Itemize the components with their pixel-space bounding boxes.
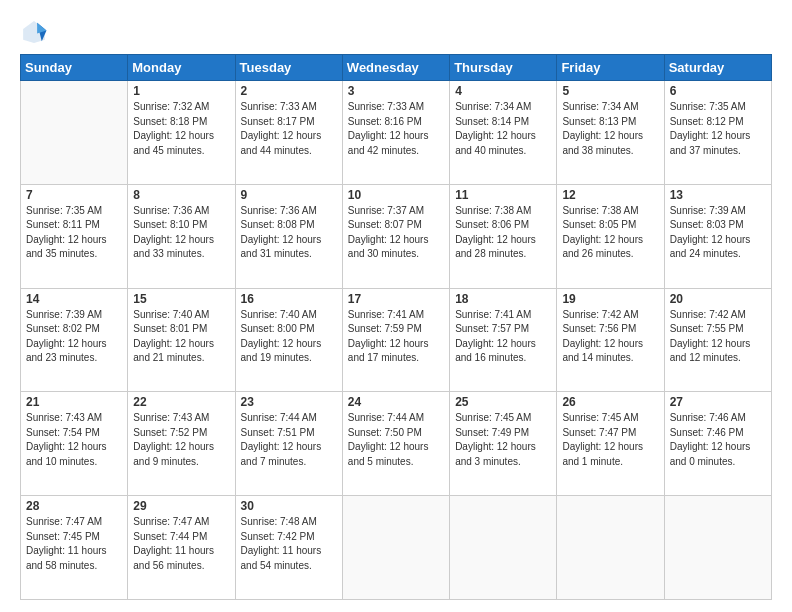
day-number: 5 <box>562 84 658 98</box>
day-info: Sunrise: 7:48 AMSunset: 7:42 PMDaylight:… <box>241 515 337 573</box>
calendar-cell: 18Sunrise: 7:41 AMSunset: 7:57 PMDayligh… <box>450 288 557 392</box>
day-info: Sunrise: 7:39 AMSunset: 8:03 PMDaylight:… <box>670 204 766 262</box>
day-number: 7 <box>26 188 122 202</box>
day-info: Sunrise: 7:34 AMSunset: 8:14 PMDaylight:… <box>455 100 551 158</box>
day-number: 4 <box>455 84 551 98</box>
day-number: 2 <box>241 84 337 98</box>
calendar-cell: 20Sunrise: 7:42 AMSunset: 7:55 PMDayligh… <box>664 288 771 392</box>
day-number: 30 <box>241 499 337 513</box>
calendar-cell: 10Sunrise: 7:37 AMSunset: 8:07 PMDayligh… <box>342 184 449 288</box>
day-number: 14 <box>26 292 122 306</box>
calendar-cell: 13Sunrise: 7:39 AMSunset: 8:03 PMDayligh… <box>664 184 771 288</box>
day-info: Sunrise: 7:39 AMSunset: 8:02 PMDaylight:… <box>26 308 122 366</box>
day-number: 23 <box>241 395 337 409</box>
calendar-cell: 2Sunrise: 7:33 AMSunset: 8:17 PMDaylight… <box>235 81 342 185</box>
day-number: 6 <box>670 84 766 98</box>
calendar-cell: 23Sunrise: 7:44 AMSunset: 7:51 PMDayligh… <box>235 392 342 496</box>
calendar-table: SundayMondayTuesdayWednesdayThursdayFrid… <box>20 54 772 600</box>
day-info: Sunrise: 7:45 AMSunset: 7:49 PMDaylight:… <box>455 411 551 469</box>
day-info: Sunrise: 7:36 AMSunset: 8:08 PMDaylight:… <box>241 204 337 262</box>
day-info: Sunrise: 7:41 AMSunset: 7:59 PMDaylight:… <box>348 308 444 366</box>
day-number: 19 <box>562 292 658 306</box>
calendar-cell: 25Sunrise: 7:45 AMSunset: 7:49 PMDayligh… <box>450 392 557 496</box>
calendar-header-saturday: Saturday <box>664 55 771 81</box>
day-number: 8 <box>133 188 229 202</box>
day-info: Sunrise: 7:42 AMSunset: 7:56 PMDaylight:… <box>562 308 658 366</box>
day-info: Sunrise: 7:46 AMSunset: 7:46 PMDaylight:… <box>670 411 766 469</box>
calendar-cell: 9Sunrise: 7:36 AMSunset: 8:08 PMDaylight… <box>235 184 342 288</box>
day-number: 29 <box>133 499 229 513</box>
calendar-week-row: 1Sunrise: 7:32 AMSunset: 8:18 PMDaylight… <box>21 81 772 185</box>
calendar-header-thursday: Thursday <box>450 55 557 81</box>
calendar-cell: 16Sunrise: 7:40 AMSunset: 8:00 PMDayligh… <box>235 288 342 392</box>
day-number: 18 <box>455 292 551 306</box>
day-info: Sunrise: 7:47 AMSunset: 7:44 PMDaylight:… <box>133 515 229 573</box>
calendar-cell: 11Sunrise: 7:38 AMSunset: 8:06 PMDayligh… <box>450 184 557 288</box>
calendar-header-wednesday: Wednesday <box>342 55 449 81</box>
day-info: Sunrise: 7:40 AMSunset: 8:01 PMDaylight:… <box>133 308 229 366</box>
day-info: Sunrise: 7:45 AMSunset: 7:47 PMDaylight:… <box>562 411 658 469</box>
day-info: Sunrise: 7:38 AMSunset: 8:06 PMDaylight:… <box>455 204 551 262</box>
day-info: Sunrise: 7:37 AMSunset: 8:07 PMDaylight:… <box>348 204 444 262</box>
day-number: 9 <box>241 188 337 202</box>
day-number: 15 <box>133 292 229 306</box>
calendar-cell <box>21 81 128 185</box>
day-number: 27 <box>670 395 766 409</box>
calendar-week-row: 28Sunrise: 7:47 AMSunset: 7:45 PMDayligh… <box>21 496 772 600</box>
day-number: 16 <box>241 292 337 306</box>
calendar-cell <box>557 496 664 600</box>
day-info: Sunrise: 7:43 AMSunset: 7:52 PMDaylight:… <box>133 411 229 469</box>
day-number: 3 <box>348 84 444 98</box>
day-number: 26 <box>562 395 658 409</box>
day-number: 25 <box>455 395 551 409</box>
day-info: Sunrise: 7:43 AMSunset: 7:54 PMDaylight:… <box>26 411 122 469</box>
calendar-cell: 7Sunrise: 7:35 AMSunset: 8:11 PMDaylight… <box>21 184 128 288</box>
calendar-cell: 28Sunrise: 7:47 AMSunset: 7:45 PMDayligh… <box>21 496 128 600</box>
calendar-header-monday: Monday <box>128 55 235 81</box>
day-number: 10 <box>348 188 444 202</box>
calendar-header-sunday: Sunday <box>21 55 128 81</box>
calendar-cell: 24Sunrise: 7:44 AMSunset: 7:50 PMDayligh… <box>342 392 449 496</box>
day-info: Sunrise: 7:40 AMSunset: 8:00 PMDaylight:… <box>241 308 337 366</box>
calendar-cell: 6Sunrise: 7:35 AMSunset: 8:12 PMDaylight… <box>664 81 771 185</box>
day-info: Sunrise: 7:33 AMSunset: 8:17 PMDaylight:… <box>241 100 337 158</box>
calendar-cell: 3Sunrise: 7:33 AMSunset: 8:16 PMDaylight… <box>342 81 449 185</box>
day-number: 17 <box>348 292 444 306</box>
day-info: Sunrise: 7:32 AMSunset: 8:18 PMDaylight:… <box>133 100 229 158</box>
calendar-cell: 26Sunrise: 7:45 AMSunset: 7:47 PMDayligh… <box>557 392 664 496</box>
calendar-cell: 17Sunrise: 7:41 AMSunset: 7:59 PMDayligh… <box>342 288 449 392</box>
header <box>20 18 772 46</box>
calendar-cell: 29Sunrise: 7:47 AMSunset: 7:44 PMDayligh… <box>128 496 235 600</box>
calendar-cell: 12Sunrise: 7:38 AMSunset: 8:05 PMDayligh… <box>557 184 664 288</box>
calendar-cell <box>450 496 557 600</box>
calendar-cell: 21Sunrise: 7:43 AMSunset: 7:54 PMDayligh… <box>21 392 128 496</box>
calendar-cell: 1Sunrise: 7:32 AMSunset: 8:18 PMDaylight… <box>128 81 235 185</box>
day-number: 1 <box>133 84 229 98</box>
day-info: Sunrise: 7:35 AMSunset: 8:11 PMDaylight:… <box>26 204 122 262</box>
day-info: Sunrise: 7:42 AMSunset: 7:55 PMDaylight:… <box>670 308 766 366</box>
calendar-cell: 22Sunrise: 7:43 AMSunset: 7:52 PMDayligh… <box>128 392 235 496</box>
day-info: Sunrise: 7:41 AMSunset: 7:57 PMDaylight:… <box>455 308 551 366</box>
day-number: 20 <box>670 292 766 306</box>
calendar-cell: 19Sunrise: 7:42 AMSunset: 7:56 PMDayligh… <box>557 288 664 392</box>
calendar-header-tuesday: Tuesday <box>235 55 342 81</box>
day-number: 22 <box>133 395 229 409</box>
logo <box>20 18 50 46</box>
day-number: 12 <box>562 188 658 202</box>
calendar-week-row: 21Sunrise: 7:43 AMSunset: 7:54 PMDayligh… <box>21 392 772 496</box>
page: SundayMondayTuesdayWednesdayThursdayFrid… <box>0 0 792 612</box>
day-info: Sunrise: 7:36 AMSunset: 8:10 PMDaylight:… <box>133 204 229 262</box>
day-info: Sunrise: 7:33 AMSunset: 8:16 PMDaylight:… <box>348 100 444 158</box>
calendar-header-row: SundayMondayTuesdayWednesdayThursdayFrid… <box>21 55 772 81</box>
calendar-header-friday: Friday <box>557 55 664 81</box>
day-info: Sunrise: 7:44 AMSunset: 7:50 PMDaylight:… <box>348 411 444 469</box>
calendar-cell <box>342 496 449 600</box>
calendar-week-row: 7Sunrise: 7:35 AMSunset: 8:11 PMDaylight… <box>21 184 772 288</box>
day-info: Sunrise: 7:34 AMSunset: 8:13 PMDaylight:… <box>562 100 658 158</box>
calendar-cell: 8Sunrise: 7:36 AMSunset: 8:10 PMDaylight… <box>128 184 235 288</box>
day-number: 13 <box>670 188 766 202</box>
day-number: 21 <box>26 395 122 409</box>
day-info: Sunrise: 7:35 AMSunset: 8:12 PMDaylight:… <box>670 100 766 158</box>
calendar-cell: 5Sunrise: 7:34 AMSunset: 8:13 PMDaylight… <box>557 81 664 185</box>
calendar-cell: 30Sunrise: 7:48 AMSunset: 7:42 PMDayligh… <box>235 496 342 600</box>
